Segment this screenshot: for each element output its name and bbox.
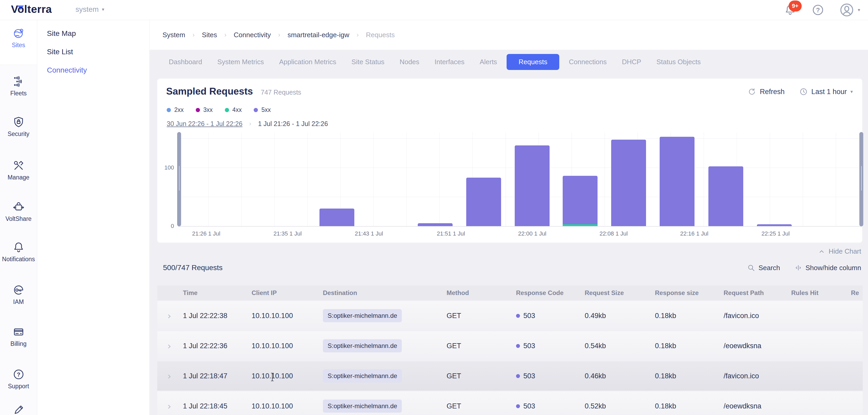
sidebar-item-support[interactable]: ?Support: [0, 369, 37, 390]
tab-nodes[interactable]: Nodes: [394, 54, 425, 70]
row-expander-icon[interactable]: ›: [167, 311, 171, 321]
status-dot-icon: [516, 374, 520, 378]
response-code-value: 503: [523, 342, 535, 350]
sidebar-item-sites[interactable]: Sites: [0, 27, 37, 49]
breadcrumb-item-connectivity[interactable]: Connectivity: [234, 31, 271, 39]
sidebar-item-manage[interactable]: Manage: [0, 160, 37, 181]
row-expander-icon[interactable]: ›: [167, 401, 171, 412]
table-header-client-ip[interactable]: Client IP: [250, 289, 321, 296]
table-header-response-code[interactable]: Response Code: [515, 289, 583, 296]
chart-range-row: 30 Jun 22:26 - 1 Jul 22:26 › 1 Jul 21:26…: [167, 120, 328, 128]
time-range-label: Last 1 hour: [811, 88, 847, 96]
show-hide-column-button[interactable]: Show/hide column: [794, 264, 861, 272]
refresh-button[interactable]: Refresh: [748, 88, 785, 96]
topbar-actions: 9+ ? ▾: [784, 0, 860, 20]
sidebar-item-label: IAM: [13, 298, 24, 306]
table-row[interactable]: ›1 Jul 22:18:4710.10.10.100S:optiker-mic…: [157, 361, 863, 391]
notifications-bell-button[interactable]: 9+: [784, 4, 797, 16]
destination-badge[interactable]: S:optiker-michelmann.de: [323, 309, 402, 322]
table-header-request-size[interactable]: Request Size: [583, 289, 653, 296]
chart-title: Sampled Requests: [166, 86, 253, 97]
tab-requests[interactable]: Requests: [506, 54, 560, 70]
sidebar-item-label: Sites: [12, 42, 25, 49]
breadcrumb-item-system[interactable]: System: [162, 31, 185, 39]
tab-site-status[interactable]: Site Status: [346, 54, 390, 70]
legend-item-3xx[interactable]: 3xx: [196, 106, 213, 114]
requests-table: TimeClient IPDestinationMethodResponse C…: [157, 286, 863, 415]
tab-alerts[interactable]: Alerts: [474, 54, 503, 70]
cell-response-size: 0.18kb: [653, 402, 722, 410]
user-avatar-icon: [839, 3, 854, 17]
sidebar-item-partial[interactable]: [0, 403, 37, 415]
tab-interfaces[interactable]: Interfaces: [429, 54, 470, 70]
cell-request-path: /favicon.ico: [722, 372, 789, 380]
table-header-row: TimeClient IPDestinationMethodResponse C…: [157, 286, 863, 300]
search-button[interactable]: Search: [747, 264, 780, 272]
x-axis-label: 21:43 1 Jul: [355, 230, 383, 237]
status-dot-icon: [516, 344, 520, 348]
user-menu[interactable]: ▾: [839, 3, 860, 17]
sidebar-item-notifications[interactable]: Notifications: [0, 241, 37, 263]
hide-chart-label: Hide Chart: [829, 247, 861, 255]
tenant-selector[interactable]: system ▾: [75, 5, 104, 13]
tab-system-metrics[interactable]: System Metrics: [212, 54, 270, 70]
tab-dhcp[interactable]: DHCP: [616, 54, 647, 70]
destination-badge[interactable]: S:optiker-michelmann.de: [323, 400, 402, 413]
tab-status-objects[interactable]: Status Objects: [651, 54, 707, 70]
sidebar-item-site-list[interactable]: Site List: [47, 48, 73, 56]
x-axis-label: 22:16 1 Jul: [680, 230, 708, 237]
hide-chart-button[interactable]: Hide Chart: [818, 247, 861, 255]
table-header-method[interactable]: Method: [445, 289, 515, 296]
table-header-request-path[interactable]: Request Path: [722, 289, 789, 296]
help-button[interactable]: ?: [812, 4, 824, 16]
sidebar-item-billing[interactable]: Billing: [0, 326, 37, 347]
table-header-destination[interactable]: Destination: [321, 289, 445, 296]
table-row[interactable]: ›1 Jul 22:18:4510.10.10.100S:optiker-mic…: [157, 391, 863, 415]
range-history-link[interactable]: 30 Jun 22:26 - 1 Jul 22:26: [167, 120, 242, 128]
x-axis-label: 21:35 1 Jul: [273, 230, 302, 237]
secondary-sidebar: Site MapSite ListConnectivity: [37, 20, 150, 415]
sidebar-item-connectivity[interactable]: Connectivity: [47, 66, 87, 74]
volterra-logo[interactable]: Volterra: [11, 3, 52, 15]
table-header-rules-hit[interactable]: Rules Hit: [789, 289, 849, 296]
time-range-dropdown[interactable]: Last 1 hour ▾: [799, 88, 853, 96]
sidebar-item-site-map[interactable]: Site Map: [47, 29, 76, 38]
table-header-time[interactable]: Time: [181, 289, 250, 296]
row-expander-icon[interactable]: ›: [167, 371, 171, 381]
bar-21-40-1-Jul-5xx: [319, 209, 354, 226]
sidebar-item-iam[interactable]: IAM: [0, 284, 37, 306]
tab-dashboard[interactable]: Dashboard: [163, 54, 208, 70]
chart-brush-handle-right[interactable]: [859, 132, 863, 226]
table-row[interactable]: ›1 Jul 22:22:3610.10.10.100S:optiker-mic…: [157, 331, 863, 360]
gridline-vertical: [373, 133, 374, 226]
legend-item-5xx[interactable]: 5xx: [254, 106, 271, 114]
shield-lock-icon: [12, 116, 25, 128]
cell-method: GET: [445, 342, 515, 350]
logo-wordmark: Volterra: [11, 3, 52, 15]
breadcrumb-item-sites[interactable]: Sites: [202, 31, 217, 39]
sidebar-item-security[interactable]: Security: [0, 116, 37, 137]
sidebar-item-voltshare[interactable]: VoltShare: [0, 201, 37, 222]
bar-22-25-1-Jul-5xx: [757, 224, 792, 226]
columns-icon: [794, 264, 802, 272]
page-tabs: DashboardSystem MetricsApplication Metri…: [163, 54, 707, 70]
tab-connections[interactable]: Connections: [563, 54, 613, 70]
chart-brush-handle-left[interactable]: [177, 132, 181, 226]
breadcrumb-item-smartretail-edge-igw[interactable]: smartretail-edge-igw: [287, 31, 349, 39]
gridline-vertical: [406, 133, 407, 226]
row-expander-icon[interactable]: ›: [167, 341, 171, 351]
legend-item-4xx[interactable]: 4xx: [225, 106, 242, 114]
table-row[interactable]: ›1 Jul 22:22:3810.10.10.100S:optiker-mic…: [157, 301, 863, 330]
destination-badge[interactable]: S:optiker-michelmann.de: [323, 370, 402, 383]
table-header-re[interactable]: Re: [849, 289, 863, 296]
destination-badge[interactable]: S:optiker-michelmann.de: [323, 339, 402, 352]
request-count-summary: 500/747 Requests: [163, 263, 222, 272]
fleet-dots-icon: [12, 75, 25, 88]
sidebar-item-fleets[interactable]: Fleets: [0, 75, 37, 97]
gridline-vertical: [704, 133, 704, 226]
gridline-vertical: [604, 133, 605, 226]
table-header-response-size[interactable]: Response size: [653, 289, 722, 296]
legend-item-2xx[interactable]: 2xx: [167, 106, 184, 114]
text-cursor-icon: [270, 372, 275, 382]
tab-application-metrics[interactable]: Application Metrics: [273, 54, 342, 70]
